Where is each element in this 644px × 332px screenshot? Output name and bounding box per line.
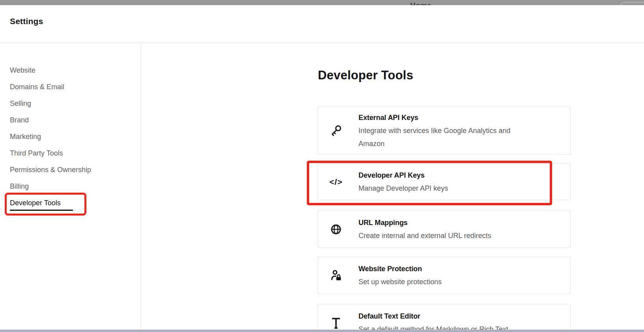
sidebar-item-brand[interactable]: Brand [10, 112, 128, 128]
card-description: Set up website protections [358, 276, 442, 289]
key-icon [329, 124, 343, 137]
card-title: External API Keys [358, 111, 538, 124]
dimmed-background-bar: Home [0, 0, 644, 5]
settings-sidebar: Website Domains & Email Selling Brand Ma… [0, 43, 141, 332]
globe-icon [329, 223, 343, 236]
page-title: Settings [10, 17, 43, 26]
card-url-mappings[interactable]: URL Mappings Create internal and externa… [318, 210, 571, 248]
card-developer-api-keys[interactable]: </> Developer API Keys Manage Developer … [318, 163, 571, 200]
sidebar-item-website[interactable]: Website [10, 62, 128, 79]
card-text: External API Keys Integrate with service… [358, 111, 538, 150]
text-editor-icon [329, 316, 343, 330]
card-external-api-keys[interactable]: External API Keys Integrate with service… [318, 107, 571, 155]
card-default-text-editor[interactable]: Default Text Editor Set a default method… [318, 304, 571, 332]
card-text: Website Protection Set up website protec… [358, 263, 442, 289]
code-glyph: </> [329, 177, 342, 187]
window-bottom-edge [0, 330, 644, 332]
sidebar-item-permissions-ownership[interactable]: Permissions & Ownership [10, 161, 128, 178]
card-description: Manage Developer API keys [358, 182, 448, 195]
sidebar-item-selling[interactable]: Selling [10, 95, 128, 112]
sidebar-item-billing[interactable]: Billing [10, 178, 128, 195]
card-text: Default Text Editor Set a default method… [358, 310, 508, 332]
sidebar-item-developer-tools[interactable]: Developer Tools [10, 195, 128, 211]
card-title: Developer API Keys [358, 169, 448, 182]
sidebar-item-marketing[interactable]: Marketing [10, 128, 128, 145]
background-nav-home-label: Home [410, 1, 431, 5]
background-top-right-button [620, 2, 644, 5]
card-description: Integrate with services like Google Anal… [358, 124, 538, 150]
person-lock-icon [329, 269, 343, 282]
sidebar-item-domains-email[interactable]: Domains & Email [10, 79, 128, 95]
card-website-protection[interactable]: Website Protection Set up website protec… [318, 257, 571, 294]
card-title: URL Mappings [358, 216, 491, 229]
card-text: URL Mappings Create internal and externa… [358, 216, 491, 242]
section-title: Developer Tools [318, 68, 413, 83]
settings-screen: Home Settings Website Domains & Email Se… [0, 0, 644, 332]
card-description: Create internal and external URL redirec… [358, 229, 491, 242]
sidebar-item-third-party-tools[interactable]: Third Party Tools [10, 145, 128, 161]
card-title: Default Text Editor [358, 310, 508, 323]
settings-nav: Website Domains & Email Selling Brand Ma… [10, 62, 128, 211]
settings-panel: Settings Website Domains & Email Selling… [0, 5, 644, 332]
card-title: Website Protection [358, 263, 442, 276]
card-text: Developer API Keys Manage Developer API … [358, 169, 448, 195]
developer-tools-section: Developer Tools External API Keys Integr… [142, 43, 644, 332]
settings-panel-header: Settings [0, 5, 644, 43]
code-icon: </> [329, 175, 343, 189]
